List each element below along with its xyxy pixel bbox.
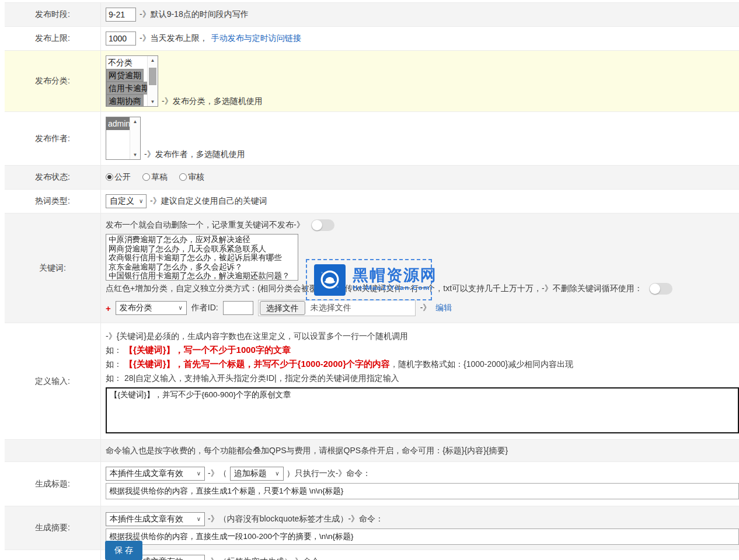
category-option[interactable]: 信用卡逾期: [106, 82, 147, 94]
gen-summary-command-textarea[interactable]: 根据我提供给你的内容，直接生成一段100-200个字的摘要，\n\n{标题}: [106, 528, 739, 545]
radio-draft[interactable]: 草稿: [142, 172, 168, 183]
row-define-input: 定义输入: -》{关键词}是必须的，生成内容字数也在这里定义，可以设置多个一行一…: [5, 323, 739, 440]
hotword-type-select[interactable]: 自定义∨: [106, 194, 147, 208]
upload-category-value: 发布分类: [120, 303, 152, 313]
edit-link[interactable]: 编辑: [435, 303, 452, 313]
publish-status-label: 发布状态:: [5, 166, 101, 189]
radio-review[interactable]: 审核: [179, 172, 204, 183]
scrollbar-track[interactable]: [130, 126, 140, 150]
category-option[interactable]: 不分类: [106, 56, 147, 69]
hotword-type-note: -》建议自定义使用自己的关键词: [150, 196, 267, 206]
radio-icon[interactable]: [142, 173, 150, 181]
define-input-textarea[interactable]: 【{关键词}】，并写不少于{600-900}个字的原创文章: [106, 387, 739, 433]
publish-time-input[interactable]: [106, 8, 136, 22]
row-command-note: 命令输入也是按字收费的，每个功能都会叠加QPS与费用，请根据QPS条件开启，命令…: [5, 440, 739, 462]
row-hotword-type: 热词类型: 自定义∨ -》建议自定义使用自己的关键词: [5, 190, 739, 214]
example-red-text: 【{关键词}】，首先写一个标题，并写不少于{1000-2000}个字的内容: [124, 359, 390, 369]
example-red-text: 【{关键词}】，写一个不少于1000字的文章: [124, 345, 291, 355]
gen-tag-label: [5, 550, 101, 560]
define-input-label: 定义输入:: [5, 323, 101, 439]
gen-title-mid: -》（: [208, 468, 227, 479]
upload-category-select[interactable]: 发布分类∨: [116, 301, 187, 315]
publish-time-note: -》默认9-18点的时间段内写作: [140, 9, 249, 20]
gen-summary-mode-select[interactable]: 本插件生成文章有效∨: [106, 512, 205, 526]
row-publish-status: 发布状态: 公开 草稿 审核: [5, 166, 739, 190]
hotword-type-value: 自定义: [110, 196, 134, 206]
scroll-down-icon[interactable]: ▼: [148, 97, 158, 106]
file-status-text: 未选择文件: [311, 303, 351, 313]
define-input-line3: 如： 【{关键词}】，首先写一个标题，并写不少于{1000-2000}个字的内容…: [106, 357, 739, 371]
publish-author-note: -》发布作者，多选随机使用: [144, 149, 245, 160]
gen-summary-label: 生成摘要:: [5, 506, 101, 550]
gen-summary-mode-value: 本插件生成文章有效: [110, 514, 183, 524]
publish-time-label: 发布时段:: [5, 3, 101, 26]
example-prefix: 如：: [106, 359, 122, 369]
radio-public[interactable]: 公开: [106, 172, 131, 183]
add-category-button[interactable]: +: [106, 303, 111, 313]
define-input-line2: 如： 【{关键词}】，写一个不少于1000字的文章: [106, 343, 739, 357]
upload-note: 点红色+增加分类，自定义独立分类方式：(相同分类会被覆盖)，上传txt关键词文件…: [106, 284, 643, 294]
publish-author-label: 发布作者:: [5, 112, 101, 165]
chevron-down-icon: ∨: [275, 471, 279, 477]
scroll-up-icon[interactable]: ▲: [148, 56, 158, 65]
scrollbar[interactable]: ▲ ▼: [147, 56, 158, 106]
save-button[interactable]: 保 存: [105, 541, 142, 560]
row-gen-title: 生成标题: 本插件生成文章有效∨ -》（ 追加标题∨ ）只执行一次-》命令： 根…: [5, 462, 739, 506]
define-input-line1: -》{关键词}是必须的，生成内容字数也在这里定义，可以设置多个一行一个随机调用: [106, 329, 739, 343]
gen-summary-tail: -》（内容没有blockquote标签才生成）-》命令：: [208, 514, 384, 524]
keywords-label: 关键词:: [5, 214, 101, 323]
file-input[interactable]: 选择文件 未选择文件: [258, 300, 416, 316]
edit-arrow: -》: [420, 303, 431, 313]
category-option[interactable]: 网贷逾期: [106, 69, 144, 82]
auto-delete-toggle[interactable]: [311, 219, 334, 231]
publish-author-select[interactable]: admin ▲ ▼: [106, 117, 141, 160]
row-publish-time: 发布时段: -》默认9-18点的时间段内写作: [5, 3, 739, 27]
chevron-down-icon: ∨: [178, 305, 182, 311]
command-note-text: 命令输入也是按字收费的，每个功能都会叠加QPS与费用，请根据QPS条件开启，命令…: [106, 446, 508, 456]
publish-category-note: -》发布分类，多选随机使用: [162, 96, 263, 107]
scrollbar-thumb[interactable]: [149, 68, 156, 85]
chevron-down-icon: ∨: [197, 516, 201, 522]
radio-review-label: 审核: [188, 172, 204, 181]
keyword-loop-toggle[interactable]: [649, 283, 672, 295]
gen-title-tail: ）只执行一次-》命令：: [287, 468, 371, 479]
author-id-label: 作者ID:: [191, 303, 218, 313]
manual-publish-link[interactable]: 手动发布与定时访问链接: [211, 33, 301, 44]
chevron-down-icon: ∨: [197, 471, 201, 477]
hotword-type-label: 热词类型:: [5, 190, 101, 213]
publish-limit-input[interactable]: [106, 32, 136, 46]
scroll-down-icon[interactable]: ▼: [130, 150, 140, 159]
radio-public-label: 公开: [114, 172, 131, 181]
example-prefix: 如：: [106, 345, 122, 355]
row-publish-category: 发布分类: 不分类 网贷逾期 信用卡逾期 逾期协商 ▲ ▼ -》发: [5, 51, 739, 112]
gen-title-mode-select[interactable]: 本插件生成文章有效∨: [106, 467, 205, 481]
radio-icon[interactable]: [179, 173, 187, 181]
define-input-line4: 如： 28|自定义输入，支持输入开头指定分类ID|，指定分类的关键词使用指定输入: [106, 371, 739, 385]
gen-title-mode-value: 本插件生成文章有效: [110, 468, 183, 479]
row-publish-limit: 发布上限: -》当天发布上限， 手动发布与定时访问链接: [5, 27, 739, 51]
category-option[interactable]: 逾期协商: [106, 94, 144, 106]
example-rest-text: ，随机字数格式如：{1000-2000}减少相同内容出现: [390, 359, 573, 369]
row-keywords: 关键词: 发布一个就会自动删除一个，记录重复关键词不发布-》 中原消费逾期了怎么…: [5, 214, 739, 323]
row-publish-author: 发布作者: admin ▲ ▼ -》发布作者，多选随机使用: [5, 112, 739, 166]
gen-title-command-textarea[interactable]: 根据我提供给你的内容，直接生成1个标题，只要1个标题 \n\n{标题}: [106, 483, 739, 499]
scrollbar-track[interactable]: [148, 65, 158, 97]
gen-title-append-value: 追加标题: [234, 468, 267, 479]
publish-limit-note: -》当天发布上限，: [140, 33, 208, 44]
choose-file-button[interactable]: 选择文件: [260, 301, 305, 315]
keywords-textarea[interactable]: 中原消费逾期了怎么办，应对及解决途径 网商贷逾期了怎么办，几天会联系紧急联系人 …: [106, 234, 298, 281]
radio-draft-label: 草稿: [151, 172, 168, 181]
settings-form: 发布时段: -》默认9-18点的时间段内写作 发布上限: -》当天发布上限， 手…: [5, 2, 739, 560]
command-note-label: [5, 440, 101, 461]
publish-limit-label: 发布上限:: [5, 27, 101, 50]
auto-delete-note: 发布一个就会自动删除一个，记录重复关键词不发布-》: [106, 220, 305, 230]
author-id-input[interactable]: [223, 301, 253, 315]
publish-category-label: 发布分类:: [5, 51, 101, 111]
scroll-up-icon[interactable]: ▲: [130, 117, 140, 126]
gen-tag-tail: -》（标签为空才生成）-》命令：: [208, 556, 327, 560]
publish-category-select[interactable]: 不分类 网贷逾期 信用卡逾期 逾期协商 ▲ ▼: [106, 55, 158, 107]
gen-title-append-select[interactable]: 追加标题∨: [230, 467, 284, 481]
author-option[interactable]: admin: [106, 117, 130, 130]
radio-icon[interactable]: [106, 173, 113, 181]
scrollbar[interactable]: ▲ ▼: [130, 117, 140, 159]
